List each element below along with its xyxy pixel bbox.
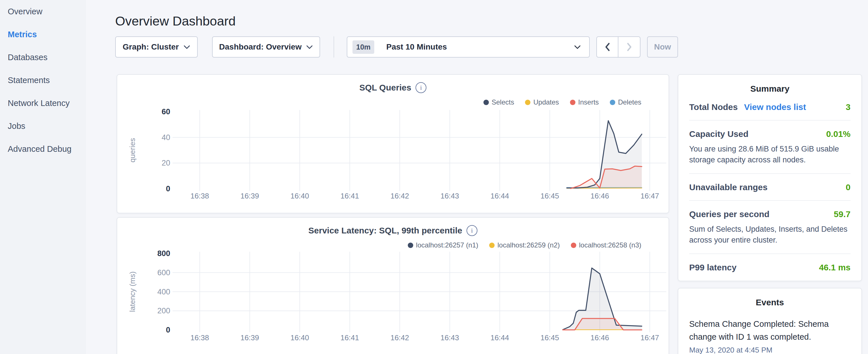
sidebar-item-network-latency[interactable]: Network Latency bbox=[0, 92, 86, 115]
summary-row-unavailable-ranges: Unavailable ranges 0 bbox=[689, 174, 850, 201]
svg-text:16:43: 16:43 bbox=[440, 333, 459, 342]
svg-text:16:39: 16:39 bbox=[241, 333, 259, 342]
sidebar-item-databases[interactable]: Databases bbox=[0, 46, 86, 69]
dashboard-label: Dashboard: Overview bbox=[219, 42, 302, 52]
svg-text:200: 200 bbox=[157, 307, 170, 315]
time-range-label: Past 10 Minutes bbox=[386, 42, 447, 52]
sidebar-item-jobs[interactable]: Jobs bbox=[0, 115, 86, 137]
qps-value: 59.7 bbox=[834, 210, 850, 219]
svg-text:400: 400 bbox=[157, 288, 170, 296]
sidebar-item-advanced-debug[interactable]: Advanced Debug bbox=[0, 137, 86, 160]
unavailable-ranges-value: 0 bbox=[846, 183, 850, 192]
now-button-label: Now bbox=[654, 42, 671, 52]
svg-text:16:46: 16:46 bbox=[590, 333, 609, 342]
sidebar: Overview Metrics Databases Statements Ne… bbox=[0, 0, 86, 354]
svg-text:16:44: 16:44 bbox=[490, 333, 509, 342]
capacity-used-label: Capacity Used bbox=[689, 129, 748, 139]
capacity-used-value: 0.01% bbox=[826, 129, 850, 139]
time-step-buttons bbox=[596, 36, 641, 58]
svg-text:800: 800 bbox=[157, 249, 170, 258]
svg-text:16:42: 16:42 bbox=[390, 333, 409, 342]
chevron-right-icon bbox=[627, 42, 632, 52]
svg-text:40: 40 bbox=[162, 133, 170, 142]
total-nodes-value: 3 bbox=[846, 102, 850, 112]
svg-text:queries: queries bbox=[128, 138, 137, 162]
summary-row-p99: P99 latency 46.1 ms bbox=[689, 254, 850, 280]
page-title: Overview Dashboard bbox=[115, 14, 236, 29]
svg-text:600: 600 bbox=[157, 268, 170, 277]
svg-text:16:41: 16:41 bbox=[340, 333, 359, 342]
svg-text:16:38: 16:38 bbox=[190, 333, 209, 342]
graph-scope-dropdown[interactable]: Graph: Cluster bbox=[115, 36, 198, 58]
event-item-text[interactable]: Schema Change Completed: Schema change w… bbox=[689, 318, 850, 344]
time-range-dropdown[interactable]: 10m Past 10 Minutes bbox=[347, 36, 590, 58]
svg-text:16:40: 16:40 bbox=[290, 333, 309, 342]
svg-text:16:45: 16:45 bbox=[540, 333, 559, 342]
svg-text:20: 20 bbox=[162, 159, 170, 167]
sidebar-item-overview[interactable]: Overview bbox=[0, 0, 86, 23]
graph-scope-label: Graph: Cluster bbox=[123, 42, 179, 52]
events-panel: Events Schema Change Completed: Schema c… bbox=[678, 288, 862, 354]
svg-text:16:46: 16:46 bbox=[590, 192, 609, 200]
time-range-badge: 10m bbox=[352, 40, 374, 54]
svg-text:0: 0 bbox=[166, 185, 170, 193]
summary-row-total-nodes: Total Nodes View nodes list 3 bbox=[689, 94, 850, 121]
svg-text:16:42: 16:42 bbox=[390, 192, 409, 200]
svg-text:latency (ms): latency (ms) bbox=[128, 271, 137, 312]
cockroachdb-metrics-page: { "colors":{"accent_blue":"#2f7ee2","gre… bbox=[0, 0, 868, 354]
time-prev-button[interactable] bbox=[596, 36, 618, 58]
p99-latency-value: 46.1 ms bbox=[819, 263, 850, 272]
now-button[interactable]: Now bbox=[647, 36, 678, 58]
svg-text:16:41: 16:41 bbox=[340, 192, 359, 200]
summary-title: Summary bbox=[689, 84, 850, 94]
svg-text:16:39: 16:39 bbox=[241, 192, 259, 200]
svg-text:60: 60 bbox=[162, 107, 170, 116]
p99-latency-label: P99 latency bbox=[689, 263, 737, 272]
chevron-down-icon bbox=[306, 45, 313, 49]
toolbar-divider bbox=[334, 36, 334, 58]
svg-text:16:43: 16:43 bbox=[440, 192, 459, 200]
chevron-down-icon bbox=[574, 45, 581, 50]
time-next-button[interactable] bbox=[618, 36, 641, 58]
svg-text:16:40: 16:40 bbox=[290, 192, 309, 200]
svg-text:16:45: 16:45 bbox=[540, 192, 559, 200]
unavailable-ranges-label: Unavailable ranges bbox=[689, 183, 767, 192]
svg-text:16:44: 16:44 bbox=[490, 192, 509, 200]
service-latency-chart[interactable]: 16:3816:3916:4016:4116:4216:4316:4416:45… bbox=[117, 218, 670, 354]
service-latency-chart-card: Service Latency: SQL, 99th percentile i … bbox=[117, 217, 669, 354]
svg-text:16:47: 16:47 bbox=[641, 192, 659, 200]
event-item-timestamp: May 13, 2020 at 4:45 PM bbox=[689, 346, 850, 354]
qps-desc: Sum of Selects, Updates, Inserts, and De… bbox=[689, 224, 850, 246]
dashboard-dropdown[interactable]: Dashboard: Overview bbox=[212, 36, 320, 58]
summary-panel: Summary Total Nodes View nodes list 3 Ca… bbox=[678, 74, 862, 281]
svg-text:0: 0 bbox=[166, 326, 170, 334]
qps-label: Queries per second bbox=[689, 210, 769, 219]
capacity-used-desc: You are using 28.6 MiB of 515.9 GiB usab… bbox=[689, 143, 850, 165]
summary-row-capacity: Capacity Used 0.01% You are using 28.6 M… bbox=[689, 121, 850, 174]
chevron-down-icon bbox=[183, 45, 190, 49]
sql-queries-chart-card: SQL Queries i SelectsUpdatesInsertsDelet… bbox=[117, 74, 669, 213]
sql-queries-chart[interactable]: 16:3816:3916:4016:4116:4216:4316:4416:45… bbox=[117, 75, 670, 214]
chevron-left-icon bbox=[605, 42, 610, 52]
total-nodes-label: Total Nodes bbox=[689, 102, 738, 112]
view-nodes-list-link[interactable]: View nodes list bbox=[744, 102, 806, 112]
svg-text:16:38: 16:38 bbox=[190, 192, 209, 200]
sidebar-item-metrics[interactable]: Metrics bbox=[0, 23, 86, 46]
svg-text:16:47: 16:47 bbox=[641, 333, 659, 342]
summary-row-qps: Queries per second 59.7 Sum of Selects, … bbox=[689, 201, 850, 254]
sidebar-item-statements[interactable]: Statements bbox=[0, 69, 86, 92]
events-title: Events bbox=[689, 297, 850, 307]
